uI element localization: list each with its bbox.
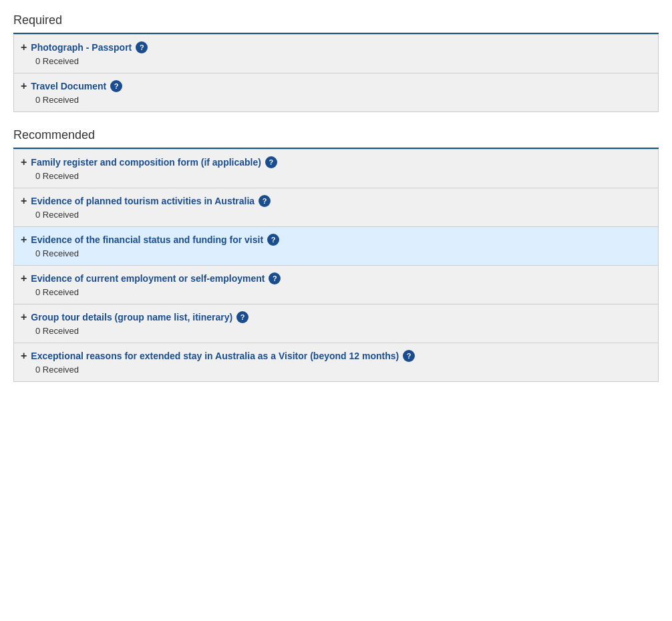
required-heading: Required [13, 13, 659, 34]
expand-button-family-register[interactable]: + [21, 157, 27, 168]
expand-button-evidence-tourism[interactable]: + [21, 196, 27, 206]
doc-item-exceptional-reasons: +Exceptional reasons for extended stay i… [14, 343, 658, 381]
expand-button-travel-document[interactable]: + [21, 81, 27, 91]
help-icon-travel-document[interactable]: ? [110, 80, 122, 92]
doc-item-header-evidence-financial: +Evidence of the financial status and fu… [21, 234, 649, 246]
doc-title-family-register[interactable]: Family register and composition form (if… [31, 157, 261, 168]
doc-title-evidence-financial[interactable]: Evidence of the financial status and fun… [31, 234, 263, 245]
doc-title-evidence-tourism[interactable]: Evidence of planned tourism activities i… [31, 196, 255, 206]
doc-item-evidence-employment: +Evidence of current employment or self-… [14, 266, 658, 304]
expand-button-exceptional-reasons[interactable]: + [21, 351, 27, 361]
expand-button-evidence-employment[interactable]: + [21, 273, 27, 284]
doc-item-photograph-passport: +Photograph - Passport?0 Received [14, 35, 658, 73]
recommended-items-container: +Family register and composition form (i… [13, 149, 659, 382]
help-icon-exceptional-reasons[interactable]: ? [403, 350, 415, 362]
doc-item-evidence-financial: +Evidence of the financial status and fu… [14, 227, 658, 266]
help-icon-evidence-employment[interactable]: ? [269, 272, 281, 284]
doc-item-evidence-tourism: +Evidence of planned tourism activities … [14, 188, 658, 227]
doc-received-evidence-financial: 0 Received [21, 248, 649, 258]
doc-title-exceptional-reasons[interactable]: Exceptional reasons for extended stay in… [31, 351, 399, 361]
expand-button-photograph-passport[interactable]: + [21, 42, 27, 53]
doc-received-travel-document: 0 Received [21, 95, 649, 105]
help-icon-evidence-financial[interactable]: ? [267, 234, 279, 246]
doc-item-header-evidence-tourism: +Evidence of planned tourism activities … [21, 195, 649, 207]
recommended-heading: Recommended [13, 128, 659, 149]
recommended-section: Recommended +Family register and composi… [13, 128, 659, 382]
doc-received-group-tour: 0 Received [21, 326, 649, 336]
doc-item-header-exceptional-reasons: +Exceptional reasons for extended stay i… [21, 350, 649, 362]
expand-button-evidence-financial[interactable]: + [21, 234, 27, 245]
doc-title-evidence-employment[interactable]: Evidence of current employment or self-e… [31, 273, 265, 284]
doc-item-header-group-tour: +Group tour details (group name list, it… [21, 311, 649, 323]
doc-title-travel-document[interactable]: Travel Document [31, 81, 106, 91]
doc-received-family-register: 0 Received [21, 171, 649, 181]
doc-item-travel-document: +Travel Document?0 Received [14, 73, 658, 112]
doc-title-photograph-passport[interactable]: Photograph - Passport [31, 42, 132, 53]
doc-item-header-family-register: +Family register and composition form (i… [21, 156, 649, 168]
doc-received-exceptional-reasons: 0 Received [21, 365, 649, 375]
doc-received-photograph-passport: 0 Received [21, 56, 649, 66]
required-section: Required +Photograph - Passport?0 Receiv… [13, 13, 659, 112]
help-icon-evidence-tourism[interactable]: ? [259, 195, 271, 207]
help-icon-family-register[interactable]: ? [265, 156, 277, 168]
help-icon-photograph-passport[interactable]: ? [136, 41, 148, 53]
doc-item-header-photograph-passport: +Photograph - Passport? [21, 41, 649, 53]
page-container: Required +Photograph - Passport?0 Receiv… [0, 0, 672, 411]
doc-item-family-register: +Family register and composition form (i… [14, 150, 658, 188]
required-items-container: +Photograph - Passport?0 Received+Travel… [13, 34, 659, 112]
expand-button-group-tour[interactable]: + [21, 312, 27, 323]
doc-item-header-travel-document: +Travel Document? [21, 80, 649, 92]
help-icon-group-tour[interactable]: ? [236, 311, 248, 323]
doc-item-header-evidence-employment: +Evidence of current employment or self-… [21, 272, 649, 284]
doc-item-group-tour: +Group tour details (group name list, it… [14, 304, 658, 343]
doc-received-evidence-employment: 0 Received [21, 287, 649, 297]
doc-received-evidence-tourism: 0 Received [21, 210, 649, 220]
doc-title-group-tour[interactable]: Group tour details (group name list, iti… [31, 312, 232, 323]
